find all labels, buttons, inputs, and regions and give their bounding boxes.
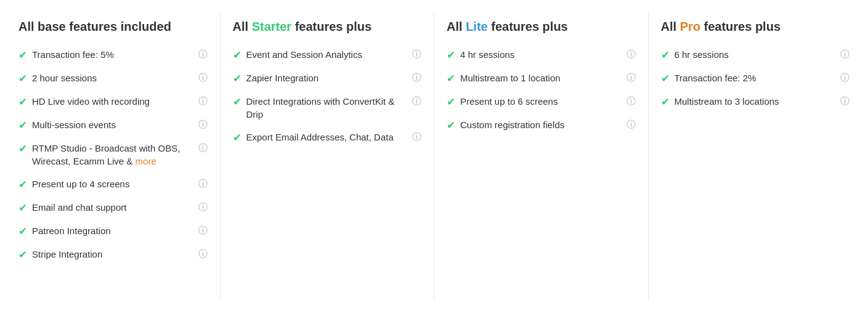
list-item: ✔ Present up to 4 screens ⓘ: [18, 177, 208, 191]
list-item: ✔ Custom registration fields ⓘ: [447, 118, 636, 132]
column-pro: All Pro features plus ✔ 6 hr sessions ⓘ …: [649, 12, 862, 301]
list-item: ✔ Patreon Integration ⓘ: [18, 224, 208, 238]
feature-text: Stripe Integration: [32, 248, 193, 261]
info-icon[interactable]: ⓘ: [840, 49, 850, 60]
list-item: ✔ Export Email Addresses, Chat, Data ⓘ: [233, 131, 422, 144]
list-item: ✔ Event and Session Analytics ⓘ: [233, 48, 422, 62]
check-icon: ✔: [18, 201, 27, 214]
info-icon[interactable]: ⓘ: [198, 72, 208, 84]
list-item: ✔ Present up to 6 screens ⓘ: [447, 95, 636, 108]
info-icon[interactable]: ⓘ: [840, 72, 850, 84]
info-icon[interactable]: ⓘ: [840, 96, 850, 107]
starter-feature-list: ✔ Event and Session Analytics ⓘ ✔ Zapier…: [233, 48, 422, 144]
pro-feature-list: ✔ 6 hr sessions ⓘ ✔ Transaction fee: 2% …: [661, 48, 850, 108]
check-icon: ✔: [661, 96, 670, 108]
info-icon[interactable]: ⓘ: [412, 131, 421, 143]
info-icon[interactable]: ⓘ: [627, 119, 636, 131]
info-icon[interactable]: ⓘ: [198, 49, 208, 60]
feature-text: Email and chat support: [32, 201, 193, 214]
info-icon[interactable]: ⓘ: [627, 72, 636, 84]
info-icon[interactable]: ⓘ: [198, 142, 208, 154]
list-item: ✔ Transaction fee: 5% ⓘ: [18, 48, 208, 62]
list-item: ✔ RTMP Studio - Broadcast with OBS, Wire…: [18, 142, 208, 168]
check-icon: ✔: [18, 96, 27, 108]
check-icon: ✔: [447, 49, 455, 62]
feature-text: Transaction fee: 5%: [32, 48, 193, 61]
feature-text: Multi-session events: [32, 118, 193, 131]
check-icon: ✔: [661, 72, 670, 85]
column-pro-header: All Pro features plus: [661, 18, 850, 35]
feature-text: Transaction fee: 2%: [675, 71, 836, 84]
column-starter: All Starter features plus ✔ Event and Se…: [221, 12, 435, 301]
info-icon[interactable]: ⓘ: [198, 96, 208, 107]
check-icon: ✔: [233, 96, 241, 108]
column-lite-header: All Lite features plus: [447, 18, 636, 35]
feature-text: Multistream to 3 locations: [675, 95, 836, 108]
info-icon[interactable]: ⓘ: [198, 119, 208, 131]
check-icon: ✔: [233, 72, 241, 85]
feature-text: RTMP Studio - Broadcast with OBS, Wireca…: [32, 142, 193, 168]
more-link[interactable]: more: [136, 156, 156, 166]
feature-text: Present up to 4 screens: [32, 177, 193, 190]
check-icon: ✔: [233, 131, 241, 144]
info-icon[interactable]: ⓘ: [412, 96, 421, 107]
feature-text: Direct Integrations with ConvertKit & Dr…: [246, 95, 408, 121]
list-item: ✔ Multistream to 1 location ⓘ: [447, 71, 636, 85]
column-base-header: All base features included: [18, 18, 208, 35]
feature-text: Event and Session Analytics: [246, 48, 408, 61]
list-item: ✔ 4 hr sessions ⓘ: [447, 48, 636, 62]
check-icon: ✔: [18, 248, 27, 261]
info-icon[interactable]: ⓘ: [412, 72, 421, 84]
base-feature-list: ✔ Transaction fee: 5% ⓘ ✔ 2 hour session…: [18, 48, 208, 261]
list-item: ✔ HD Live video with recording ⓘ: [18, 95, 208, 108]
list-item: ✔ Multistream to 3 locations ⓘ: [661, 95, 850, 108]
feature-text: Multistream to 1 location: [460, 71, 622, 84]
list-item: ✔ 6 hr sessions ⓘ: [661, 48, 850, 62]
feature-text: 4 hr sessions: [460, 48, 622, 61]
info-icon[interactable]: ⓘ: [198, 201, 208, 213]
lite-feature-list: ✔ 4 hr sessions ⓘ ✔ Multistream to 1 loc…: [447, 48, 636, 132]
feature-text: 2 hour sessions: [32, 71, 193, 84]
check-icon: ✔: [233, 49, 241, 62]
list-item: ✔ Zapier Integration ⓘ: [233, 71, 422, 85]
list-item: ✔ Transaction fee: 2% ⓘ: [661, 71, 850, 85]
list-item: ✔ Stripe Integration ⓘ: [18, 248, 208, 261]
check-icon: ✔: [18, 49, 27, 62]
info-icon[interactable]: ⓘ: [412, 49, 421, 60]
column-base: All base features included ✔ Transaction…: [6, 12, 221, 301]
feature-text: Zapier Integration: [246, 71, 408, 84]
check-icon: ✔: [18, 119, 27, 132]
info-icon[interactable]: ⓘ: [198, 248, 208, 260]
check-icon: ✔: [18, 142, 27, 155]
list-item: ✔ Multi-session events ⓘ: [18, 118, 208, 132]
feature-text: Custom registration fields: [460, 118, 622, 131]
check-icon: ✔: [447, 72, 455, 85]
list-item: ✔ Email and chat support ⓘ: [18, 201, 208, 214]
check-icon: ✔: [447, 96, 455, 108]
list-item: ✔ 2 hour sessions ⓘ: [18, 71, 208, 85]
feature-text: Present up to 6 screens: [460, 95, 622, 108]
list-item: ✔ Direct Integrations with ConvertKit & …: [233, 95, 422, 121]
feature-text: HD Live video with recording: [32, 95, 193, 108]
check-icon: ✔: [18, 72, 27, 85]
check-icon: ✔: [661, 49, 670, 62]
info-icon[interactable]: ⓘ: [627, 49, 636, 60]
column-starter-header: All Starter features plus: [233, 18, 422, 35]
info-icon[interactable]: ⓘ: [627, 96, 636, 107]
pro-highlight: Pro: [680, 20, 700, 33]
starter-highlight: Starter: [252, 20, 291, 33]
features-comparison: All base features included ✔ Transaction…: [0, 0, 868, 313]
info-icon[interactable]: ⓘ: [198, 225, 208, 237]
check-icon: ✔: [18, 225, 27, 238]
check-icon: ✔: [18, 178, 27, 191]
feature-text: 6 hr sessions: [675, 48, 836, 61]
info-icon[interactable]: ⓘ: [198, 178, 208, 190]
feature-text: Patreon Integration: [32, 224, 193, 237]
check-icon: ✔: [447, 119, 455, 132]
feature-text: Export Email Addresses, Chat, Data: [246, 131, 408, 144]
lite-highlight: Lite: [466, 20, 488, 33]
column-lite: All Lite features plus ✔ 4 hr sessions ⓘ…: [434, 12, 649, 301]
